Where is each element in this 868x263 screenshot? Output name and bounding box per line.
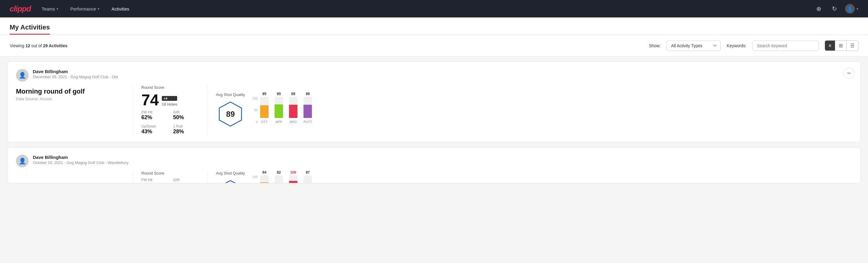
bar-chart-inner-2: 94 OTT 82 APP: [260, 175, 312, 183]
viewing-text: Viewing 12 out of 29 Activities: [10, 43, 67, 48]
nav-teams[interactable]: Teams ▾: [40, 1, 60, 17]
round-score-section-2: Round Score FW Hit 43% GIR 56%: [133, 171, 199, 183]
shot-quality-left-1: Avg Shot Quality 89: [216, 92, 245, 127]
refresh-icon: ↻: [832, 5, 837, 12]
round-score-row-1: 74 +4 18 Holes: [142, 92, 199, 108]
bar-ott-1: 85 OTT: [260, 92, 269, 124]
shot-quality-section-1: Avg Shot Quality 89 100: [207, 85, 852, 135]
card-body-2: Round Score FW Hit 43% GIR 56% Avg Shot …: [16, 171, 852, 183]
viewing-count: 12: [26, 43, 30, 48]
view-toggle-group: ≡ ⊞ ☰: [825, 40, 858, 51]
round-score-section-1: Round Score 74 +4 18 Holes FW Hit 62% GI…: [133, 85, 199, 135]
bar-fill-putt-1: [304, 105, 312, 118]
list-detail-icon: ☰: [850, 43, 855, 48]
bar-chart-inner-1: 85 OTT 90: [260, 96, 312, 124]
bar-fill-arg-1: [289, 105, 298, 118]
avatar-chevron-icon: ▾: [857, 7, 858, 11]
activity-type-select[interactable]: All Activity Types: [666, 40, 721, 51]
navbar-right: ⊕ ↻ 👤 ▾: [814, 4, 858, 13]
bar-fill-app-1: [275, 105, 283, 118]
filter-bar: Viewing 12 out of 29 Activities Show: Al…: [0, 35, 868, 57]
fw-gir-grid-1: FW Hit 62% GIR 50% Up/Down 43% 1 Putt 28…: [142, 110, 199, 135]
gir-stat-2: GIR 56%: [173, 178, 199, 183]
holes-label-1: 18 Holes: [162, 102, 177, 107]
avatar-2: 👤: [16, 155, 29, 167]
hexagon-2: [217, 179, 244, 183]
list-compact-icon: ≡: [829, 43, 831, 48]
add-button[interactable]: ⊕: [814, 4, 824, 13]
navbar: clippd Teams ▾ Performance ▾ Activities …: [0, 0, 868, 18]
card-left-1: Morning round of golf Data Source: Arcco…: [16, 85, 124, 135]
avatar-1: 👤: [16, 69, 29, 82]
hexagon-value-1: 89: [226, 110, 235, 119]
performance-chevron-icon: ▾: [98, 7, 99, 11]
hexagon-container-1: 89: [216, 100, 245, 127]
hexagon-container-2: [216, 179, 245, 183]
fw-gir-grid-2: FW Hit 43% GIR 56%: [142, 178, 199, 183]
add-circle-icon: ⊕: [816, 5, 822, 12]
bar-putt-1: 89 PUTT: [304, 92, 312, 124]
data-source-1: Data Source: Arccos: [16, 96, 124, 101]
activities-list: ✏ 👤 Dave Billingham December 05, 2021 - …: [0, 61, 868, 195]
score-badge-group-1: +4 18 Holes: [162, 96, 177, 108]
shot-quality-left-2: Avg Shot Quality: [216, 171, 245, 183]
shot-quality-title-1: Avg Shot Quality: [216, 92, 245, 97]
edit-button-1[interactable]: ✏: [844, 68, 855, 79]
updown-stat-1: Up/Down 43%: [142, 124, 167, 135]
activity-title-1: Morning round of golf: [16, 88, 124, 95]
avatar: 👤: [845, 4, 855, 13]
bar-app-2: 82 APP: [275, 170, 283, 183]
user-name-1: Dave Billingham: [33, 69, 118, 74]
list-compact-view-button[interactable]: ≡: [825, 40, 835, 51]
activity-card-2: 👤 Dave Billingham October 16, 2021 - Gog…: [7, 147, 861, 183]
card-header-2: 👤 Dave Billingham October 16, 2021 - Gog…: [16, 155, 852, 167]
keywords-label: Keywords:: [726, 43, 746, 48]
bar-fill-ott-1: [260, 105, 269, 118]
hexagon-1: 89: [217, 100, 244, 127]
one-putt-stat-1: 1 Putt 28%: [173, 124, 199, 135]
logo[interactable]: clippd: [10, 4, 31, 13]
user-name-2: Dave Billingham: [33, 155, 128, 160]
shot-quality-section-2: Avg Shot Quality 100 50: [207, 171, 852, 183]
bar-app-1: 90 APP: [275, 92, 283, 124]
page-header: My Activities: [0, 18, 868, 35]
teams-chevron-icon: ▾: [57, 7, 58, 11]
fw-hit-stat-2: FW Hit 43%: [142, 178, 167, 183]
nav-activities[interactable]: Activities: [111, 1, 130, 17]
y-labels-1: 100 50 0: [252, 96, 259, 124]
show-label: Show:: [649, 43, 660, 48]
pencil-icon: ✏: [847, 70, 851, 76]
nav-performance[interactable]: Performance ▾: [69, 1, 101, 17]
user-meta-2: October 16, 2021 - Gog Magog Golf Club -…: [33, 160, 128, 165]
refresh-button[interactable]: ↻: [830, 4, 839, 13]
round-score-label-1: Round Score: [142, 85, 199, 90]
grid-view-button[interactable]: ⊞: [835, 40, 847, 51]
user-avatar-icon: 👤: [19, 71, 26, 79]
avatar-icon: 👤: [847, 6, 853, 12]
bar-putt-2: 87 PUTT: [304, 170, 312, 183]
bar-chart-2: 100 50 0 94 OTT: [252, 175, 852, 183]
gir-stat-1: GIR 50%: [173, 110, 199, 121]
activity-card-1: ✏ 👤 Dave Billingham December 05, 2021 - …: [7, 61, 861, 142]
fw-hit-stat-1: FW Hit 62%: [142, 110, 167, 121]
score-badge-1: +4: [162, 96, 177, 101]
bar-arg-2: 106 ARG: [289, 170, 298, 183]
round-score-value-1: 74: [142, 92, 159, 108]
viewing-total: 29 Activities: [43, 43, 67, 48]
user-avatar-icon-2: 👤: [19, 157, 26, 165]
bar-arg-1: 89 ARG: [289, 92, 298, 124]
grid-icon: ⊞: [839, 43, 843, 48]
svg-marker-1: [219, 180, 242, 183]
user-menu[interactable]: 👤 ▾: [845, 4, 858, 13]
card-header-1: 👤 Dave Billingham December 05, 2021 - Go…: [16, 69, 852, 82]
card-left-2: [16, 171, 124, 183]
bar-ott-2: 94 OTT: [260, 170, 269, 183]
keyword-search-input[interactable]: [752, 40, 819, 51]
shot-quality-title-2: Avg Shot Quality: [216, 171, 245, 175]
user-info-1: Dave Billingham December 05, 2021 - Gog …: [33, 69, 118, 79]
list-detail-view-button[interactable]: ☰: [847, 40, 858, 51]
hexagon-svg-2: [217, 179, 244, 183]
bar-chart-1: 100 50 0 85 OTT: [252, 96, 852, 124]
user-meta-1: December 05, 2021 - Gog Magog Golf Club …: [33, 75, 118, 79]
card-body-1: Morning round of golf Data Source: Arcco…: [16, 85, 852, 135]
